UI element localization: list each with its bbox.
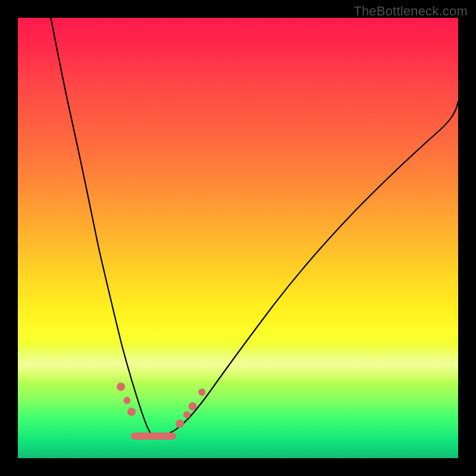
curve-left-branch [51,18,156,437]
marker-dot [127,408,136,416]
marker-group [117,383,205,440]
marker-dot [124,397,131,404]
marker-dot [198,389,205,396]
watermark-text: TheBottleneck.com [353,4,468,19]
curve-right-branch [156,102,458,436]
marker-pill [131,433,176,440]
marker-dot [117,383,125,391]
marker-dot [189,402,197,411]
marker-dot [183,411,190,418]
plot-svg [18,18,458,458]
outer-frame: TheBottleneck.com [0,0,476,476]
marker-dot [176,419,184,428]
